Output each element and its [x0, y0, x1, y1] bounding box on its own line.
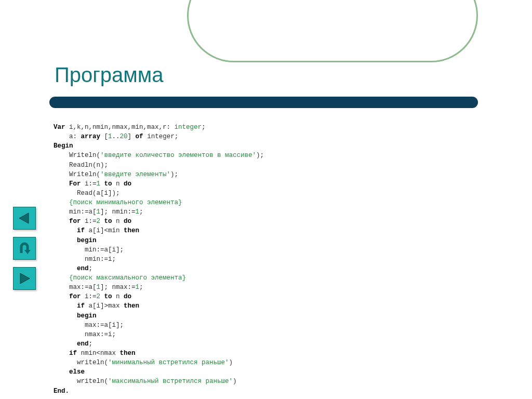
kw-end: End.	[54, 388, 69, 395]
triangle-left-icon	[17, 211, 32, 225]
prev-button[interactable]	[13, 207, 36, 230]
kw-var: Var	[54, 124, 65, 131]
svg-marker-1	[24, 250, 31, 254]
page-title: Программа	[55, 63, 164, 87]
nav-button-group	[13, 207, 36, 290]
decorative-arc	[187, 0, 478, 62]
triangle-right-icon	[17, 271, 32, 286]
code-listing: Var i,k,n,nmin,nmax,min,max,r: integer; …	[54, 123, 264, 396]
u-turn-icon	[17, 241, 32, 256]
svg-marker-0	[19, 213, 29, 223]
next-button[interactable]	[13, 267, 36, 290]
svg-marker-2	[20, 273, 30, 284]
title-divider	[49, 97, 478, 108]
comment-max: {поиск максимального элемента}	[54, 274, 186, 282]
comment-min: {поиск минимального элемента}	[54, 199, 182, 206]
kw-begin: Begin	[54, 142, 73, 150]
return-button[interactable]	[13, 237, 36, 260]
